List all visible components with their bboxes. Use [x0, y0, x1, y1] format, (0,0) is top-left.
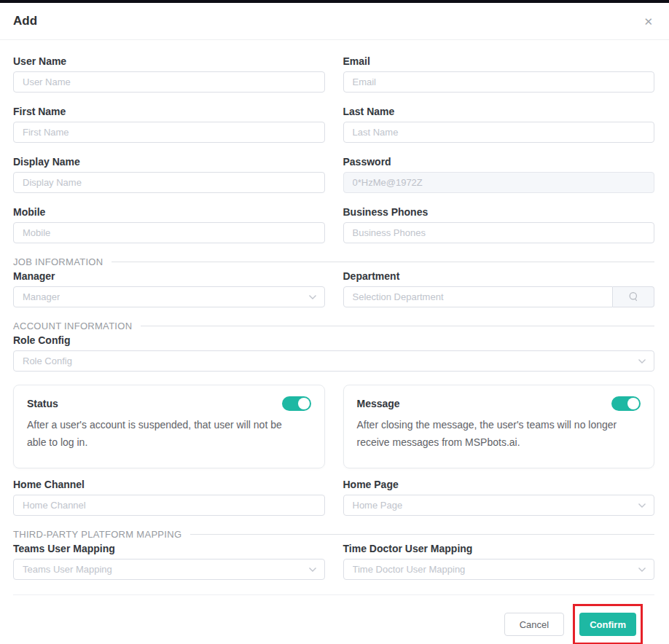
password-label: Password	[343, 156, 655, 168]
user-name-label: User Name	[13, 55, 325, 67]
department-input[interactable]	[343, 286, 614, 307]
form-row: Home Channel Home Page Home Page	[13, 479, 654, 516]
field-home-page: Home Page Home Page	[343, 479, 655, 516]
dialog-header: Add ✕	[0, 3, 669, 40]
home-page-label: Home Page	[343, 479, 655, 490]
field-time-doctor-user-mapping: Time Doctor User Mapping Time Doctor Use…	[343, 543, 655, 580]
section-divider	[112, 262, 654, 262]
section-job-information: JOB INFORMATION	[13, 256, 654, 267]
add-user-dialog: Add ✕ User Name Email First Name Last Na…	[0, 3, 669, 644]
annotation-highlight-box: Confirm	[573, 604, 643, 644]
message-card-head: Message	[357, 396, 641, 411]
display-name-label: Display Name	[13, 156, 325, 168]
field-mobile: Mobile	[13, 206, 325, 243]
chevron-down-icon	[308, 567, 317, 573]
close-icon[interactable]: ✕	[643, 16, 653, 27]
form-row: Teams User Mapping Teams User Mapping Ti…	[13, 543, 654, 580]
field-display-name: Display Name	[13, 156, 325, 193]
home-page-select[interactable]: Home Page	[343, 495, 655, 516]
section-divider	[190, 534, 654, 535]
time-doctor-user-mapping-select[interactable]: Time Doctor User Mapping	[343, 559, 655, 580]
role-config-label: Role Config	[13, 334, 654, 346]
time-doctor-user-mapping-label: Time Doctor User Mapping	[343, 543, 655, 554]
manager-label: Manager	[13, 270, 325, 282]
toggle-knob	[627, 398, 639, 409]
field-business-phones: Business Phones	[343, 206, 655, 243]
mobile-label: Mobile	[13, 206, 325, 218]
status-card: Status After a user's account is suspend…	[13, 385, 325, 468]
business-phones-input[interactable]	[343, 222, 655, 243]
form-row: Role Config Role Config	[13, 334, 654, 372]
section-third-party-title: THIRD-PARTY PLATFORM MAPPING	[13, 529, 181, 540]
last-name-input[interactable]	[343, 122, 655, 143]
message-toggle[interactable]	[611, 396, 641, 411]
form-row: Mobile Business Phones	[13, 206, 654, 243]
first-name-input[interactable]	[13, 122, 325, 143]
time-doctor-user-mapping-placeholder: Time Doctor User Mapping	[353, 564, 466, 575]
field-user-name: User Name	[13, 55, 325, 93]
form-row: Manager Manager Department	[13, 270, 654, 307]
home-channel-label: Home Channel	[13, 479, 325, 490]
teams-user-mapping-placeholder: Teams User Mapping	[23, 564, 112, 575]
form-row: Display Name Password	[13, 156, 654, 193]
section-account-information: ACCOUNT INFORMATION	[13, 321, 654, 331]
chevron-down-icon	[638, 358, 646, 364]
manager-placeholder: Manager	[23, 291, 60, 302]
field-last-name: Last Name	[343, 106, 655, 143]
dialog-footer: Cancel Confirm	[13, 594, 654, 644]
status-card-head: Status	[27, 396, 311, 411]
chevron-down-icon	[638, 567, 646, 573]
field-role-config: Role Config Role Config	[13, 334, 654, 372]
manager-select[interactable]: Manager	[13, 286, 325, 307]
message-label: Message	[357, 398, 400, 409]
search-icon	[628, 291, 639, 302]
password-input	[343, 172, 655, 193]
chevron-down-icon	[638, 503, 646, 508]
chevron-down-icon	[308, 294, 317, 300]
field-password: Password	[343, 156, 655, 193]
field-manager: Manager Manager	[13, 270, 325, 307]
section-third-party-mapping: THIRD-PARTY PLATFORM MAPPING	[13, 529, 654, 540]
department-search-button[interactable]	[613, 286, 654, 307]
cancel-button[interactable]: Cancel	[504, 613, 564, 636]
business-phones-label: Business Phones	[343, 206, 655, 218]
toggle-knob	[298, 398, 310, 409]
field-first-name: First Name	[13, 106, 325, 143]
status-toggle[interactable]	[282, 396, 311, 411]
confirm-button[interactable]: Confirm	[579, 613, 636, 636]
home-channel-input[interactable]	[13, 495, 325, 516]
field-teams-user-mapping: Teams User Mapping Teams User Mapping	[13, 543, 325, 580]
message-card: Message After closing the message, the u…	[343, 385, 655, 468]
form-row: User Name Email	[13, 55, 654, 93]
field-home-channel: Home Channel	[13, 479, 325, 516]
section-job-title: JOB INFORMATION	[13, 256, 103, 267]
section-account-title: ACCOUNT INFORMATION	[13, 321, 132, 331]
field-department: Department	[343, 270, 655, 307]
toggle-cards-row: Status After a user's account is suspend…	[13, 385, 654, 468]
display-name-input[interactable]	[13, 172, 325, 193]
email-label: Email	[343, 55, 655, 67]
form-row: First Name Last Name	[13, 106, 654, 143]
teams-user-mapping-label: Teams User Mapping	[13, 543, 325, 554]
dialog-body: User Name Email First Name Last Name Dis…	[0, 40, 669, 644]
teams-user-mapping-select[interactable]: Teams User Mapping	[13, 559, 325, 580]
mobile-input[interactable]	[13, 222, 325, 243]
field-email: Email	[343, 55, 655, 93]
status-label: Status	[27, 398, 58, 409]
last-name-label: Last Name	[343, 106, 655, 117]
role-config-placeholder: Role Config	[23, 356, 72, 366]
user-name-input[interactable]	[13, 71, 325, 93]
home-page-placeholder: Home Page	[353, 500, 403, 511]
email-input[interactable]	[343, 71, 655, 93]
message-description: After closing the message, the user's te…	[357, 417, 641, 452]
department-input-group	[343, 286, 655, 307]
first-name-label: First Name	[13, 106, 325, 117]
department-label: Department	[343, 270, 655, 282]
dialog-title: Add	[13, 14, 37, 28]
status-description: After a user's account is suspended, tha…	[27, 417, 311, 452]
role-config-select[interactable]: Role Config	[13, 350, 654, 372]
section-divider	[141, 326, 654, 326]
